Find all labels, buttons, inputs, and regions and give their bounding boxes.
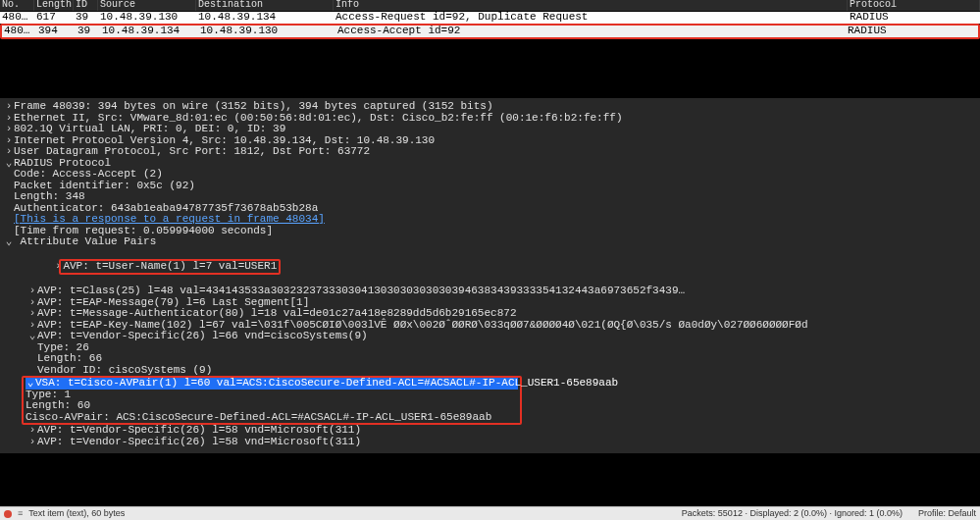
status-left: Text item (text), 60 bytes: [28, 509, 125, 518]
tree-leaf[interactable]: Length: 60: [26, 400, 518, 412]
cell-no: 480…: [2, 26, 36, 37]
chevron-right-icon: ›: [27, 308, 37, 320]
chevron-down-icon: ⌄: [4, 236, 14, 248]
tree-leaf[interactable]: Code: Access-Accept (2): [0, 169, 980, 181]
tree-item[interactable]: ›AVP: t=Vendor-Specific(26) l=58 vnd=Mic…: [0, 437, 980, 448]
chevron-right-icon: ›: [27, 437, 37, 448]
cell-destination: 10.48.39.130: [198, 26, 335, 37]
col-header-id[interactable]: ID: [74, 0, 98, 11]
cell-info: Access-Request id=92, Duplicate Request: [334, 12, 848, 24]
expert-info-icon[interactable]: [4, 510, 12, 518]
tree-item[interactable]: ⌄ Attribute Value Pairs: [0, 236, 980, 248]
packet-list-rows: 480… 617 39 10.48.39.130 10.48.39.134 Ac…: [0, 12, 980, 39]
tree-leaf[interactable]: Type: 1: [26, 390, 518, 401]
packet-list-header: No. Length ID Source Destination Info Pr…: [0, 0, 980, 12]
tree-item[interactable]: ›User Datagram Protocol, Src Port: 1812,…: [0, 146, 980, 158]
col-header-destination[interactable]: Destination: [196, 0, 334, 11]
chevron-down-icon: ⌄: [26, 378, 35, 390]
chevron-down-icon: ⌄: [4, 158, 14, 170]
tree-item[interactable]: ›AVP: t=User-Name(1) l=7 val=USER1: [0, 248, 980, 286]
cell-source: 10.48.39.130: [98, 12, 196, 24]
status-packets: Packets: 55012 · Displayed: 2 (0.0%) · I…: [682, 509, 903, 518]
cell-no: 480…: [0, 12, 34, 24]
packet-row[interactable]: 480… 394 39 10.48.39.134 10.48.39.130 Ac…: [2, 26, 978, 37]
tree-leaf[interactable]: Cisco-AVPair: ACS:CiscoSecure-Defined-AC…: [26, 412, 518, 424]
cell-length: 394: [36, 26, 76, 37]
cell-protocol: RADIUS: [846, 26, 978, 37]
chevron-right-icon: ›: [27, 286, 37, 297]
chevron-right-icon: ›: [27, 425, 37, 437]
pane-gap: [0, 39, 980, 98]
col-header-length[interactable]: Length: [34, 0, 74, 11]
tree-leaf[interactable]: Vendor ID: ciscoSystems (9): [0, 365, 980, 377]
status-profile[interactable]: Profile: Default: [918, 509, 976, 518]
chevron-right-icon: ›: [4, 124, 14, 135]
cell-length: 617: [34, 12, 74, 24]
cell-source: 10.48.39.134: [100, 26, 198, 37]
cell-id: 39: [76, 26, 100, 37]
chevron-right-icon: ›: [4, 146, 14, 158]
col-header-source[interactable]: Source: [98, 0, 196, 11]
tree-leaf[interactable]: Packet identifier: 0x5c (92): [0, 181, 980, 192]
cell-protocol: RADIUS: [848, 12, 980, 24]
tree-leaf[interactable]: Length: 348: [0, 191, 980, 203]
highlight-box: ⌄VSA: t=Cisco-AVPair(1) l=60 val=ACS:Cis…: [22, 376, 522, 425]
cell-id: 39: [74, 12, 98, 24]
chevron-right-icon: ›: [4, 101, 14, 113]
status-bar: ≡ Text item (text), 60 bytes Packets: 55…: [0, 506, 980, 520]
tree-item-selected[interactable]: ⌄VSA: t=Cisco-AVPair(1) l=60 val=ACS:Cis…: [26, 378, 518, 390]
tree-leaf[interactable]: Type: 26: [0, 342, 980, 354]
col-header-info[interactable]: Info: [334, 0, 848, 11]
packet-details: ›Frame 48039: 394 bytes on wire (3152 bi…: [0, 98, 980, 453]
col-header-protocol[interactable]: Protocol: [848, 0, 980, 11]
packet-row[interactable]: 480… 617 39 10.48.39.130 10.48.39.134 Ac…: [0, 12, 980, 24]
cell-destination: 10.48.39.134: [196, 12, 334, 24]
col-header-no[interactable]: No.: [0, 0, 34, 11]
cell-info: Access-Accept id=92: [335, 26, 846, 37]
chevron-down-icon: ⌄: [27, 331, 37, 342]
tree-item[interactable]: ⌄AVP: t=Vendor-Specific(26) l=66 vnd=cis…: [0, 331, 980, 342]
text-item-icon: ≡: [18, 509, 23, 518]
tree-link[interactable]: [This is a response to a request in fram…: [0, 214, 980, 226]
